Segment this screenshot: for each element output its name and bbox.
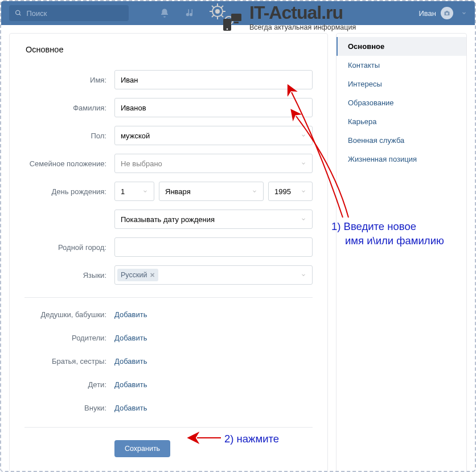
name-input[interactable] [114, 70, 313, 89]
divider [24, 297, 313, 298]
search-wrap[interactable] [9, 5, 129, 21]
sidebar-item-basic[interactable]: Основное [337, 37, 466, 56]
birth-day-select[interactable]: 1 [114, 182, 154, 201]
svg-line-12 [221, 6, 224, 8]
language-tag-label: Русский [121, 271, 147, 279]
search-icon [15, 9, 22, 17]
label-gender: Пол: [24, 132, 114, 140]
label-birthday: День рождения: [24, 187, 114, 196]
svg-rect-14 [231, 14, 241, 21]
svg-line-13 [212, 15, 214, 18]
label-children: Дети: [24, 380, 114, 389]
birth-month-select[interactable]: Января [159, 182, 264, 201]
label-siblings: Братья, сестры: [24, 357, 114, 366]
hometown-input[interactable] [114, 237, 313, 257]
sidebar-item-career[interactable]: Карьера [337, 112, 466, 131]
music-icon[interactable] [186, 8, 196, 18]
svg-point-17 [227, 28, 228, 30]
languages-select[interactable]: Русский ✕ [114, 265, 313, 285]
label-parents: Родители: [24, 334, 114, 342]
sidebar-item-military[interactable]: Военная служба [337, 131, 466, 150]
divider [24, 427, 313, 428]
sidebar-item-life[interactable]: Жизненная позиция [337, 150, 466, 169]
camera-icon [444, 10, 450, 17]
sidebar-item-contacts[interactable]: Контакты [337, 56, 466, 75]
avatar [441, 7, 453, 19]
sidebar-item-education[interactable]: Образование [337, 93, 466, 112]
chevron-down-icon [301, 161, 306, 166]
watermark: IT-Actual.ru Всегда актуальная информаци… [206, 1, 356, 32]
svg-line-11 [221, 15, 224, 18]
birth-day-value: 1 [121, 187, 125, 196]
search-input[interactable] [26, 9, 123, 18]
main-panel: Основное Имя: Фамилия: Пол: мужской [9, 33, 328, 472]
chevron-down-icon [461, 10, 467, 16]
svg-point-0 [16, 10, 20, 14]
add-siblings-link[interactable]: Добавить [114, 357, 147, 366]
marital-select-value: Не выбрано [121, 159, 162, 168]
label-grandchildren: Внуки: [24, 404, 114, 412]
birth-year-value: 1995 [274, 187, 291, 196]
user-menu[interactable]: Иван [418, 7, 467, 19]
sidebar: Основное Контакты Интересы Образование К… [336, 33, 467, 472]
gender-select[interactable]: мужской [114, 126, 313, 145]
user-name: Иван [418, 9, 436, 18]
chevron-down-icon [301, 188, 306, 194]
bell-icon[interactable] [159, 8, 170, 18]
label-hometown: Родной город: [24, 243, 114, 252]
label-marital: Семейное положение: [24, 159, 114, 168]
birth-year-select[interactable]: 1995 [268, 182, 313, 201]
add-grandparents-link[interactable]: Добавить [114, 310, 147, 319]
gender-select-value: мужской [121, 132, 150, 140]
surname-input[interactable] [114, 98, 313, 117]
birth-visibility-value: Показывать дату рождения [121, 215, 215, 224]
add-parents-link[interactable]: Добавить [114, 334, 147, 342]
language-tag: Русский ✕ [117, 269, 158, 281]
section-title: Основное [24, 45, 313, 54]
marital-select[interactable]: Не выбрано [114, 154, 313, 173]
watermark-subtitle: Всегда актуальная информация [249, 23, 356, 31]
svg-line-1 [19, 14, 21, 16]
top-icons [159, 8, 196, 18]
sidebar-item-interests[interactable]: Интересы [337, 75, 466, 93]
birth-month-value: Января [165, 187, 191, 196]
svg-point-3 [216, 10, 219, 13]
label-surname: Фамилия: [24, 104, 114, 112]
add-children-link[interactable]: Добавить [114, 380, 147, 389]
chevron-down-icon [142, 188, 148, 194]
chevron-down-icon [301, 216, 306, 222]
language-tag-remove[interactable]: ✕ [150, 272, 155, 279]
chevron-down-icon [301, 272, 306, 278]
save-button[interactable]: Сохранить [114, 440, 170, 457]
birth-visibility-select[interactable]: Показывать дату рождения [114, 210, 313, 229]
label-grandparents: Дедушки, бабушки: [24, 310, 114, 319]
gear-icon [206, 1, 247, 32]
chevron-down-icon [252, 188, 257, 194]
watermark-title: IT-Actual.ru [249, 2, 356, 23]
label-name: Имя: [24, 76, 114, 84]
add-grandchildren-link[interactable]: Добавить [114, 404, 147, 412]
svg-line-10 [212, 6, 214, 8]
chevron-down-icon [301, 133, 306, 138]
svg-rect-15 [234, 22, 239, 23]
label-languages: Языки: [24, 271, 114, 280]
